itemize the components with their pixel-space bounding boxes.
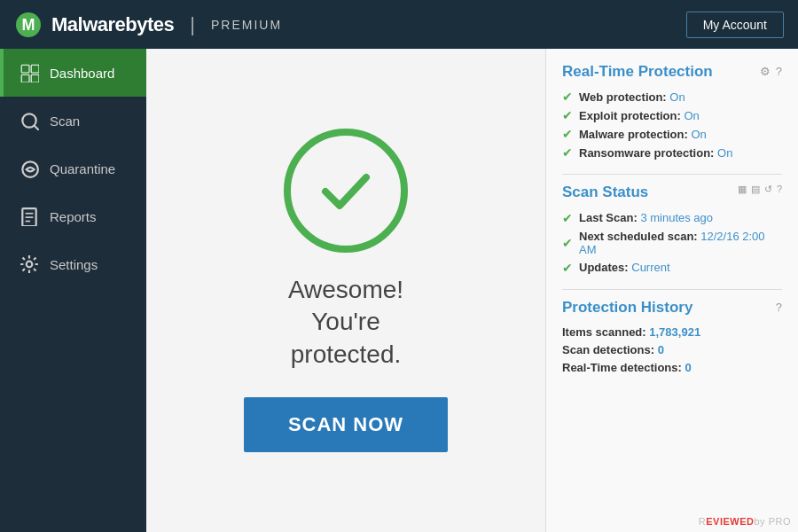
svg-text:M: M xyxy=(22,16,35,34)
item-text: Updates: Current xyxy=(579,261,670,274)
svg-rect-4 xyxy=(21,74,29,82)
history-value: 0 xyxy=(658,343,664,356)
refresh-icon[interactable]: ↺ xyxy=(764,184,772,195)
item-text: Next scheduled scan: 12/2/16 2:00 AM xyxy=(579,230,782,256)
history-icons: ? xyxy=(776,301,782,314)
history-section-header: Protection History ? xyxy=(562,299,782,317)
list-item: ✔ Updates: Current xyxy=(562,261,782,275)
history-value: 0 xyxy=(685,361,691,374)
watermark: REVIEWEDby PRO xyxy=(699,516,791,527)
realtime-icons: ⚙ ? xyxy=(760,65,782,78)
status-message: Awesome! You're protected. xyxy=(288,274,403,371)
sidebar-label-reports: Reports xyxy=(50,209,97,224)
svg-point-13 xyxy=(27,262,33,268)
divider-1 xyxy=(562,174,782,175)
history-label: Scan detections: xyxy=(562,343,654,356)
sidebar-label-quarantine: Quarantine xyxy=(50,161,115,176)
sidebar-item-reports[interactable]: Reports xyxy=(0,192,146,240)
sidebar-label-scan: Scan xyxy=(50,113,80,129)
protection-check-circle xyxy=(284,129,408,253)
history-items: Items scanned: 1,783,921Scan detections:… xyxy=(562,325,782,374)
check-icon xyxy=(315,160,377,222)
logo-brand: Malwarebytes xyxy=(51,13,174,36)
scan-now-button[interactable]: Scan Now xyxy=(244,397,448,452)
sidebar-item-quarantine[interactable]: Quarantine xyxy=(0,145,146,192)
item-text: Malware protection: On xyxy=(579,128,707,141)
my-account-button[interactable]: My Account xyxy=(686,12,784,38)
sidebar-item-dashboard[interactable]: Dashboard xyxy=(0,49,146,97)
quarantine-icon xyxy=(20,159,39,178)
item-text: Exploit protection: On xyxy=(579,109,700,122)
svg-line-7 xyxy=(35,126,40,131)
item-text: Ransomware protection: On xyxy=(579,146,732,160)
gear-icon[interactable]: ⚙ xyxy=(760,65,771,78)
svg-point-6 xyxy=(22,113,35,127)
list-item: Real-Time detections: 0 xyxy=(562,361,782,374)
scan-help-icon[interactable]: ? xyxy=(777,184,782,195)
history-label: Real-Time detections: xyxy=(562,361,682,374)
divider-2 xyxy=(562,289,782,290)
list-item: Scan detections: 0 xyxy=(562,343,782,356)
item-text: Last Scan: 3 minutes ago xyxy=(579,211,713,224)
grid-icon[interactable]: ▦ xyxy=(738,184,747,195)
check-icon: ✔ xyxy=(562,90,573,104)
sidebar-label-settings: Settings xyxy=(50,257,98,272)
center-panel: Awesome! You're protected. Scan Now xyxy=(146,49,545,532)
list-item: ✔ Ransomware protection: On xyxy=(562,145,782,160)
item-text: Web protection: On xyxy=(579,90,685,104)
app-header: M Malwarebytes | PREMIUM My Account xyxy=(0,0,798,49)
check-icon: ✔ xyxy=(562,127,573,141)
realtime-items: ✔ Web protection: On ✔ Exploit protectio… xyxy=(562,90,782,160)
list-item: ✔ Web protection: On xyxy=(562,90,782,104)
list-item: ✔ Exploit protection: On xyxy=(562,108,782,122)
help-icon[interactable]: ? xyxy=(776,65,782,78)
list-item: ✔ Malware protection: On xyxy=(562,127,782,141)
realtime-section-header: Real-Time Protection ⚙ ? xyxy=(562,63,782,81)
settings-icon xyxy=(20,254,39,274)
logo-divider: | xyxy=(190,13,195,36)
logo-area: M Malwarebytes | PREMIUM xyxy=(14,11,282,39)
history-label: Items scanned: xyxy=(562,325,646,339)
sidebar-label-dashboard: Dashboard xyxy=(50,66,114,81)
list-item: ✔ Next scheduled scan: 12/2/16 2:00 AM xyxy=(562,230,782,256)
list-item: ✔ Last Scan: 3 minutes ago xyxy=(562,211,782,225)
svg-rect-3 xyxy=(31,65,39,73)
scan-status-section-header: Scan Status ▦ ▤ ↺ ? xyxy=(562,184,782,201)
logo-icon: M xyxy=(14,11,43,39)
history-help-icon[interactable]: ? xyxy=(776,301,782,314)
svg-rect-2 xyxy=(21,65,29,73)
check-icon: ✔ xyxy=(562,211,573,225)
right-panel: Real-Time Protection ⚙ ? ✔ Web protectio… xyxy=(545,49,798,532)
scan-items: ✔ Last Scan: 3 minutes ago ✔ Next schedu… xyxy=(562,211,782,275)
history-value: 1,783,921 xyxy=(649,325,700,339)
scan-icon xyxy=(20,111,39,130)
check-icon: ✔ xyxy=(562,145,573,160)
check-icon: ✔ xyxy=(562,108,573,122)
scan-status-title: Scan Status xyxy=(562,184,648,201)
check-icon: ✔ xyxy=(562,236,573,250)
scan-status-icons: ▦ ▤ ↺ ? xyxy=(738,184,782,195)
list-item: Items scanned: 1,783,921 xyxy=(562,325,782,339)
svg-rect-5 xyxy=(31,74,39,82)
sidebar-item-settings[interactable]: Settings xyxy=(0,240,146,288)
history-title: Protection History xyxy=(562,299,692,317)
sidebar: DashboardScanQuarantineReportsSettings xyxy=(0,49,146,532)
sidebar-item-scan[interactable]: Scan xyxy=(0,97,146,145)
svg-point-8 xyxy=(22,161,38,177)
dashboard-icon xyxy=(20,63,39,82)
reports-icon xyxy=(20,207,39,226)
table-icon[interactable]: ▤ xyxy=(751,184,760,195)
realtime-title: Real-Time Protection xyxy=(562,63,713,81)
check-icon: ✔ xyxy=(562,261,573,275)
logo-tier: PREMIUM xyxy=(211,18,282,32)
main-area: DashboardScanQuarantineReportsSettings A… xyxy=(0,49,798,532)
